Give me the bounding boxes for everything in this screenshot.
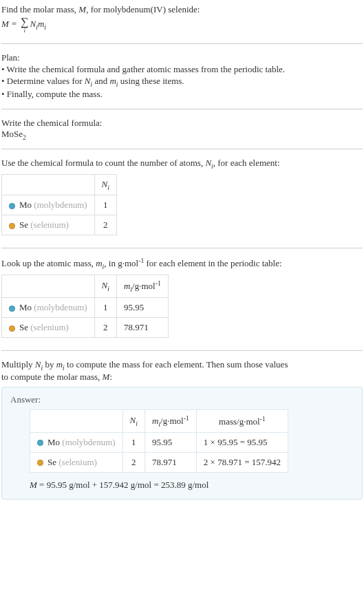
intro-block: Find the molar mass, M, for molybdenum(I… bbox=[1, 3, 363, 36]
col-n-header: Ni bbox=[94, 275, 116, 298]
divider bbox=[1, 149, 363, 149]
element-dot-icon bbox=[9, 203, 15, 209]
m-value: 95.95 bbox=[116, 298, 168, 318]
table-row: Se (selenium) 2 bbox=[2, 215, 117, 235]
count-block: Use the chemical formula to count the nu… bbox=[1, 156, 363, 241]
element-name: (selenium) bbox=[30, 322, 69, 332]
col-m-header: mi/g·mol-1 bbox=[144, 409, 196, 432]
heading: Look up the atomic mass, mi, in g·mol-1 … bbox=[1, 257, 363, 270]
plan-bullet: • Determine values for Ni and mi using t… bbox=[1, 76, 363, 88]
var-m: m bbox=[38, 19, 44, 29]
molar-mass-formula: M = ∑iNimi bbox=[1, 17, 363, 34]
element-name: (molybdenum) bbox=[34, 302, 87, 312]
col-mass-header: mass/g·mol-1 bbox=[196, 409, 288, 432]
result-text: = 95.95 g/mol + 157.942 g/mol = 253.89 g… bbox=[37, 480, 209, 490]
text: for each element in the periodic table: bbox=[144, 259, 281, 269]
n-value: 1 bbox=[122, 432, 144, 452]
var-m: M bbox=[78, 4, 86, 14]
text: , for molybdenum(IV) selenide: bbox=[86, 4, 200, 14]
element-name: (selenium) bbox=[30, 219, 69, 230]
lookup-block: Look up the atomic mass, mi, in g·mol-1 … bbox=[1, 255, 363, 343]
text: by bbox=[43, 359, 56, 370]
element-cell: Se (selenium) bbox=[2, 318, 95, 338]
formula-text: MoSe bbox=[1, 129, 23, 139]
text: Use the chemical formula to count the nu… bbox=[1, 158, 205, 168]
element-cell: Mo (molybdenum) bbox=[2, 298, 95, 318]
count-table: Ni Mo (molybdenum) 1 Se (selenium) 2 bbox=[1, 174, 117, 236]
text: to compute the molar mass, bbox=[1, 372, 103, 382]
answer-title: Answer: bbox=[10, 394, 354, 405]
text: , in g·mol bbox=[104, 259, 138, 269]
heading: Write the chemical formula: bbox=[1, 118, 363, 129]
var-n: N bbox=[205, 158, 211, 168]
col-n-header: Ni bbox=[122, 409, 144, 432]
element-cell: Se (selenium) bbox=[30, 452, 123, 472]
n-value: 2 bbox=[94, 215, 116, 235]
divider bbox=[1, 248, 363, 248]
element-name: (molybdenum) bbox=[62, 437, 115, 447]
element-symbol: Mo bbox=[19, 302, 32, 312]
element-dot-icon bbox=[37, 460, 43, 466]
element-cell: Mo (molybdenum) bbox=[2, 195, 95, 215]
text: using these items. bbox=[118, 76, 184, 86]
empty-header bbox=[2, 174, 95, 195]
element-symbol: Mo bbox=[47, 437, 60, 447]
divider bbox=[1, 43, 363, 44]
table-row: Mo (molybdenum) 1 bbox=[2, 195, 117, 215]
lookup-table: Ni mi/g·mol-1 Mo (molybdenum) 1 95.95 Se… bbox=[1, 275, 169, 338]
m-value: 95.95 bbox=[144, 432, 196, 452]
heading: Use the chemical formula to count the nu… bbox=[1, 158, 363, 170]
text: Find the molar mass, bbox=[1, 4, 78, 14]
multiply-text-2: to compute the molar mass, M: bbox=[1, 372, 363, 383]
text: , for each element: bbox=[213, 158, 280, 168]
table-row: Mo (molybdenum) 1 95.95 1 × 95.95 = 95.9… bbox=[30, 432, 288, 452]
element-symbol: Mo bbox=[19, 200, 32, 210]
text: to compute the mass for each element. Th… bbox=[65, 359, 288, 370]
col-m-header: mi/g·mol-1 bbox=[116, 275, 168, 298]
plan-block: Plan: • Write the chemical formula and g… bbox=[1, 51, 363, 102]
element-cell: Mo (molybdenum) bbox=[30, 432, 123, 452]
text: Multiply bbox=[1, 359, 35, 370]
chemical-formula: MoSe2 bbox=[1, 129, 363, 141]
mass-value: 1 × 95.95 = 95.95 bbox=[196, 432, 288, 452]
var-m: m bbox=[96, 259, 102, 269]
answer-box: Answer: Ni mi/g·mol-1 mass/g·mol-1 Mo (m… bbox=[1, 387, 363, 500]
divider bbox=[1, 350, 363, 351]
empty-header bbox=[2, 275, 95, 298]
element-symbol: Se bbox=[19, 322, 28, 332]
intro-text: Find the molar mass, M, for molybdenum(I… bbox=[1, 4, 200, 14]
m-value: 78.971 bbox=[144, 452, 196, 472]
element-name: (molybdenum) bbox=[34, 200, 87, 210]
plan-heading: Plan: bbox=[1, 52, 363, 63]
text: • Determine values for bbox=[1, 76, 85, 86]
table-header-row: Ni mi/g·mol-1 bbox=[2, 275, 169, 298]
var-m: M bbox=[1, 19, 9, 29]
table-row: Mo (molybdenum) 1 95.95 bbox=[2, 298, 169, 318]
element-cell: Se (selenium) bbox=[2, 215, 95, 235]
n-value: 1 bbox=[94, 298, 116, 318]
text: Look up the atomic mass, bbox=[1, 259, 96, 269]
table-header-row: Ni mi/g·mol-1 mass/g·mol-1 bbox=[30, 409, 288, 432]
var-m: m bbox=[56, 359, 63, 370]
answer-content: Ni mi/g·mol-1 mass/g·mol-1 Mo (molybdenu… bbox=[10, 409, 354, 491]
plan-bullet: • Finally, compute the mass. bbox=[1, 89, 363, 100]
var-m: m bbox=[109, 76, 116, 86]
element-dot-icon bbox=[9, 306, 15, 312]
plan-bullet: • Write the chemical formula and gather … bbox=[1, 64, 363, 75]
element-symbol: Se bbox=[19, 219, 28, 230]
element-dot-icon bbox=[9, 325, 15, 332]
mass-value: 2 × 78.971 = 157.942 bbox=[196, 452, 288, 472]
sigma-icon: ∑i bbox=[21, 17, 28, 34]
result-block: Multiply Ni by mi to compute the mass fo… bbox=[1, 358, 363, 501]
var-n: N bbox=[30, 19, 36, 29]
text: : bbox=[109, 372, 112, 382]
divider bbox=[1, 109, 363, 109]
col-n-header: Ni bbox=[94, 174, 116, 195]
sub-i: i bbox=[44, 23, 46, 31]
empty-header bbox=[30, 409, 123, 432]
element-name: (selenium) bbox=[58, 457, 97, 467]
element-dot-icon bbox=[37, 440, 43, 446]
element-symbol: Se bbox=[47, 457, 56, 467]
element-dot-icon bbox=[9, 223, 15, 229]
var-m: M bbox=[30, 480, 37, 490]
